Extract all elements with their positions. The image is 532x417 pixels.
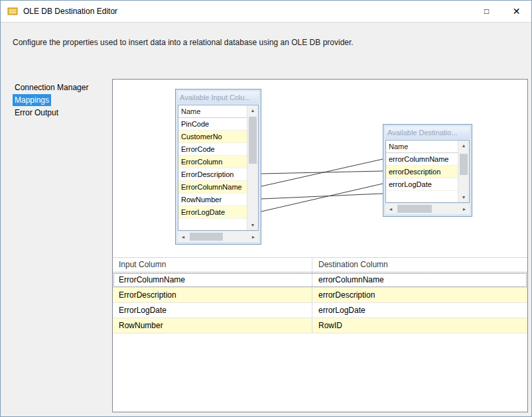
destination-column-row[interactable]: errorLogDate: [386, 178, 458, 191]
input-column-row[interactable]: ErrorColumn: [178, 156, 247, 168]
mapping-cell-destination[interactable]: errorDescription: [312, 288, 527, 302]
destination-vertical-scrollbar[interactable]: ▲ ▼: [458, 141, 469, 202]
mapping-row[interactable]: RowNumber RowID: [113, 318, 527, 333]
input-column-row[interactable]: ErrorColumnName: [178, 181, 247, 194]
destination-columns-header[interactable]: Name: [386, 141, 458, 153]
mapping-table-header: Input Column Destination Column: [113, 258, 527, 272]
column-header-destination[interactable]: Destination Column: [312, 258, 527, 272]
input-vertical-scrollbar[interactable]: ▲ ▼: [247, 105, 258, 230]
mapping-row[interactable]: ErrorDescription errorDescription: [113, 288, 527, 303]
mapping-row[interactable]: ErrorLogDate errorLogDate: [113, 303, 527, 318]
mapping-cell-destination[interactable]: RowID: [312, 318, 527, 333]
destination-horizontal-scrollbar[interactable]: ◄ ►: [385, 203, 470, 214]
destination-columns-box-title[interactable]: Available Destinatio...: [385, 127, 470, 139]
input-columns-header[interactable]: Name: [178, 105, 247, 118]
sidebar-item-mappings[interactable]: Mappings: [13, 94, 51, 106]
sidebar: Connection Manager Mappings Error Output: [13, 82, 107, 119]
close-button[interactable]: ✕: [501, 1, 531, 22]
column-header-input[interactable]: Input Column: [113, 258, 312, 272]
scroll-down-icon[interactable]: ▼: [247, 220, 258, 230]
input-column-row[interactable]: ErrorCode: [178, 143, 247, 156]
scroll-up-icon[interactable]: ▲: [247, 105, 258, 115]
mapping-cell-destination[interactable]: errorLogDate: [312, 303, 527, 318]
scroll-left-icon[interactable]: ◄: [178, 231, 188, 242]
window-controls: □ ✕: [472, 1, 531, 22]
mapping-cell-input[interactable]: ErrorColumnName: [113, 272, 312, 287]
scroll-thumb[interactable]: [460, 154, 468, 175]
ole-db-destination-editor-window: OLE DB Destination Editor □ ✕ Configure …: [0, 0, 532, 417]
available-input-columns-box: Available Input Colu... Name PinCode Cus…: [175, 89, 261, 245]
scroll-thumb[interactable]: [249, 117, 257, 164]
input-column-row[interactable]: ErrorDescription: [178, 168, 247, 181]
scroll-right-icon[interactable]: ►: [459, 204, 470, 214]
window-title: OLE DB Destination Editor: [23, 7, 117, 16]
available-destination-columns-box: Available Destinatio... Name errorColumn…: [383, 124, 472, 217]
scroll-down-icon[interactable]: ▼: [458, 192, 469, 202]
titlebar[interactable]: OLE DB Destination Editor □ ✕: [1, 1, 531, 23]
destination-column-row[interactable]: errorColumnName: [386, 153, 458, 166]
app-icon: [7, 6, 18, 17]
destination-columns-list: Name errorColumnName errorDescription er…: [386, 141, 458, 202]
mapping-cell-input[interactable]: RowNumber: [113, 318, 312, 333]
mapping-row[interactable]: ErrorColumnName errorColumnName: [113, 272, 527, 288]
input-column-row[interactable]: RowNumber: [178, 194, 247, 206]
input-column-row[interactable]: PinCode: [178, 118, 247, 131]
scroll-thumb[interactable]: [397, 205, 432, 213]
mapping-cell-input[interactable]: ErrorDescription: [113, 288, 312, 302]
sidebar-item-error-output[interactable]: Error Output: [13, 107, 60, 119]
mapping-cell-destination[interactable]: errorColumnName: [312, 272, 527, 287]
mapping-cell-input[interactable]: ErrorLogDate: [113, 303, 312, 318]
input-column-row[interactable]: ErrorLogDate: [178, 206, 247, 219]
scroll-thumb[interactable]: [190, 233, 223, 241]
dialog-description: Configure the properties used to insert …: [13, 38, 503, 47]
input-column-row[interactable]: CustomerNo: [178, 131, 247, 143]
sidebar-item-connection-manager[interactable]: Connection Manager: [13, 82, 90, 93]
mapping-table: Input Column Destination Column ErrorCol…: [113, 257, 527, 333]
input-columns-list: Name PinCode CustomerNo ErrorCode ErrorC…: [178, 105, 247, 230]
scroll-left-icon[interactable]: ◄: [385, 204, 396, 214]
scroll-right-icon[interactable]: ►: [248, 231, 259, 242]
destination-column-row[interactable]: errorDescription: [386, 166, 458, 178]
scroll-up-icon[interactable]: ▲: [458, 141, 469, 150]
input-columns-box-title[interactable]: Available Input Colu...: [178, 91, 259, 103]
maximize-button[interactable]: □: [472, 1, 501, 22]
input-horizontal-scrollbar[interactable]: ◄ ►: [178, 231, 259, 242]
mappings-panel: Available Input Colu... Name PinCode Cus…: [112, 79, 528, 412]
